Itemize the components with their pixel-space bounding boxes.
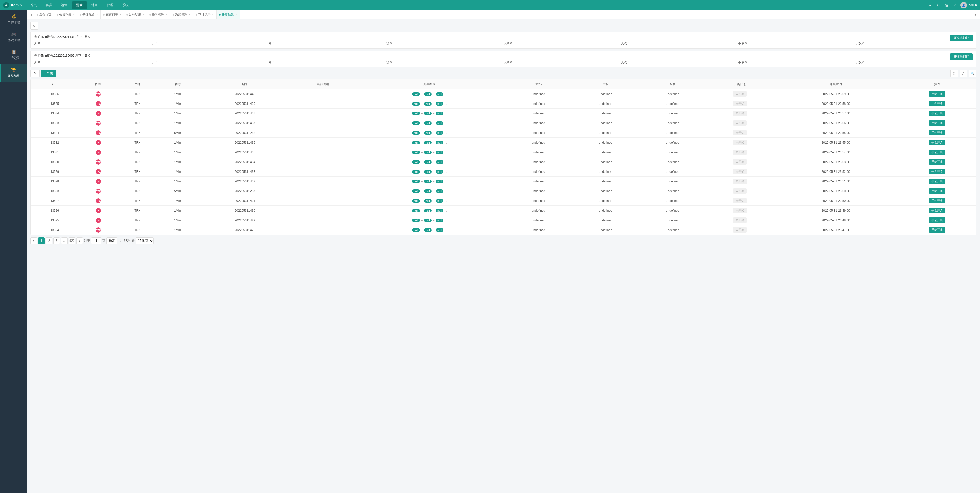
user-info[interactable]: 👤 admin	[960, 2, 977, 8]
cell-price	[292, 225, 355, 235]
result-tag-3: null	[436, 199, 443, 203]
tab-close[interactable]: ×	[96, 13, 98, 16]
page-btn-922[interactable]: 922	[69, 238, 75, 244]
search-btn[interactable]: 🔍	[969, 70, 977, 77]
result-dot: +	[421, 228, 423, 231]
tab-more-btn[interactable]: ▾	[973, 10, 978, 19]
tab-dot	[150, 14, 151, 16]
sidebar-item-game[interactable]: 🎮 游戏管理	[0, 28, 27, 46]
tab-home[interactable]: 后台首页	[34, 10, 54, 19]
page-refresh-btn[interactable]: ↻	[30, 22, 38, 30]
tab-close[interactable]: ×	[73, 13, 75, 16]
table-row: 13527 TRX TRX 1Min 202205311431 null + n…	[31, 196, 976, 206]
nav-member[interactable]: 会员	[41, 1, 56, 9]
page-btn-1[interactable]: 1	[38, 238, 45, 244]
tab-coins[interactable]: 币种管理 ×	[147, 10, 170, 19]
tab-open-results[interactable]: 开奖结果 ×	[216, 10, 240, 19]
result-dot: +	[421, 93, 423, 96]
open-current-1min-btn[interactable]: 开奖当期期	[950, 35, 973, 41]
page-prev-btn[interactable]: ‹	[30, 238, 37, 244]
cell-name: 1Min	[157, 99, 198, 108]
cell-size: undefined	[505, 215, 572, 225]
delete-icon[interactable]: 🗑	[944, 3, 949, 8]
tab-game-mgmt[interactable]: 游戏管理 ×	[170, 10, 193, 19]
sidebar-label-bets: 下注记录	[8, 56, 20, 60]
sidebar-item-bets[interactable]: 📋 下注记录	[0, 46, 27, 64]
cell-odd: undefined	[572, 206, 639, 215]
result-tag-2: null	[424, 170, 431, 174]
manual-open-btn[interactable]: 手动开奖	[929, 227, 945, 233]
page-btn-2[interactable]: 2	[46, 238, 52, 244]
cell-time: 2022-05-31 23:51:00	[774, 177, 898, 186]
manual-open-btn[interactable]: 手动开奖	[929, 159, 945, 164]
cell-operation: 手动开奖	[898, 215, 976, 225]
page-next-btn[interactable]: ›	[76, 238, 83, 244]
manual-open-btn[interactable]: 手动开奖	[929, 140, 945, 145]
manual-open-btn[interactable]: 手动开奖	[929, 111, 945, 116]
open-current-5min-btn[interactable]: 开奖当期期	[950, 53, 973, 60]
manual-open-btn[interactable]: 手动开奖	[929, 120, 945, 126]
page-goto-input[interactable]	[91, 238, 101, 244]
tab-close[interactable]: ×	[166, 13, 167, 16]
cell-time: 2022-05-31 23:50:00	[774, 196, 898, 206]
result-dot: +	[421, 209, 423, 212]
table-refresh-btn[interactable]: ↻	[30, 70, 40, 77]
nav-system[interactable]: 系统	[118, 1, 133, 9]
print-btn[interactable]: 🖨	[959, 70, 967, 77]
manual-open-btn[interactable]: 手动开奖	[929, 91, 945, 97]
cell-time: 2022-05-31 23:49:00	[774, 206, 898, 215]
nav-operations[interactable]: 运营	[57, 1, 72, 9]
cell-operation: 手动开奖	[898, 108, 976, 118]
nav-agent[interactable]: 代理	[103, 1, 118, 9]
table-export-btn[interactable]: ↑ 导出	[41, 70, 56, 77]
page-size-select[interactable]: 15条/页 20条/页 50条/页	[135, 238, 154, 244]
manual-open-btn[interactable]: 手动开奖	[929, 169, 945, 174]
nav-home[interactable]: 首页	[26, 1, 41, 9]
page-confirm-btn[interactable]: 确定	[107, 238, 117, 244]
result-tag-3: null	[436, 102, 443, 105]
cell-odd: undefined	[572, 167, 639, 177]
manual-open-btn[interactable]: 手动开奖	[929, 217, 945, 223]
tab-transfer[interactable]: 划转明细 ×	[124, 10, 147, 19]
cell-combo: undefined	[639, 128, 706, 138]
cell-coin: TRX	[118, 108, 157, 118]
app-title: Admin	[11, 3, 22, 7]
cell-period: 202205311439	[198, 99, 292, 108]
close-icon[interactable]: ✕	[952, 3, 957, 8]
nav-items: 首页 会员 运营 游戏 地址 代理 系统	[26, 1, 928, 9]
manual-open-btn[interactable]: 手动开奖	[929, 150, 945, 155]
result-dot: +	[421, 190, 423, 193]
tab-close[interactable]: ×	[189, 13, 191, 16]
sidebar-item-coins[interactable]: 💰 币种管理	[0, 10, 27, 28]
manual-open-btn[interactable]: 手动开奖	[929, 101, 945, 106]
tab-commission[interactable]: 分佣配置 ×	[77, 10, 100, 19]
tab-recharge[interactable]: 充值列表 ×	[100, 10, 124, 19]
cell-status: 未开奖	[706, 128, 774, 138]
nav-address[interactable]: 地址	[88, 1, 102, 9]
tab-prev-btn[interactable]: ‹	[29, 10, 34, 19]
coin-icon: TRX	[96, 91, 101, 97]
manual-open-btn[interactable]: 手动开奖	[929, 198, 945, 203]
refresh-icon[interactable]: ↻	[936, 3, 941, 8]
tab-bet-records[interactable]: 下注记录 ×	[193, 10, 216, 19]
tab-label-bet-records: 下注记录	[199, 13, 211, 17]
tab-close[interactable]: ×	[235, 13, 237, 16]
sidebar-item-results[interactable]: 🏆 开奖结果	[0, 64, 27, 82]
tab-close[interactable]: ×	[119, 13, 121, 16]
result-dot: +	[433, 112, 434, 115]
tab-members[interactable]: 会员列表 ×	[54, 10, 77, 19]
page-btn-3[interactable]: 3	[53, 238, 60, 244]
manual-open-btn[interactable]: 手动开奖	[929, 188, 945, 194]
manual-open-btn[interactable]: 手动开奖	[929, 179, 945, 184]
stat-small-even-5min: 小双:0	[855, 60, 973, 65]
tab-close[interactable]: ×	[143, 13, 144, 16]
cell-icon: TRX	[79, 99, 118, 108]
manual-open-btn[interactable]: 手动开奖	[929, 130, 945, 136]
cell-status: 未开奖	[706, 177, 774, 186]
result-dot: ...	[445, 161, 447, 164]
tab-close[interactable]: ×	[212, 13, 214, 16]
nav-game[interactable]: 游戏	[72, 1, 87, 9]
column-settings-btn[interactable]: ⚙	[950, 70, 958, 77]
manual-open-btn[interactable]: 手动开奖	[929, 208, 945, 213]
notification-icon[interactable]: ●	[928, 3, 933, 8]
